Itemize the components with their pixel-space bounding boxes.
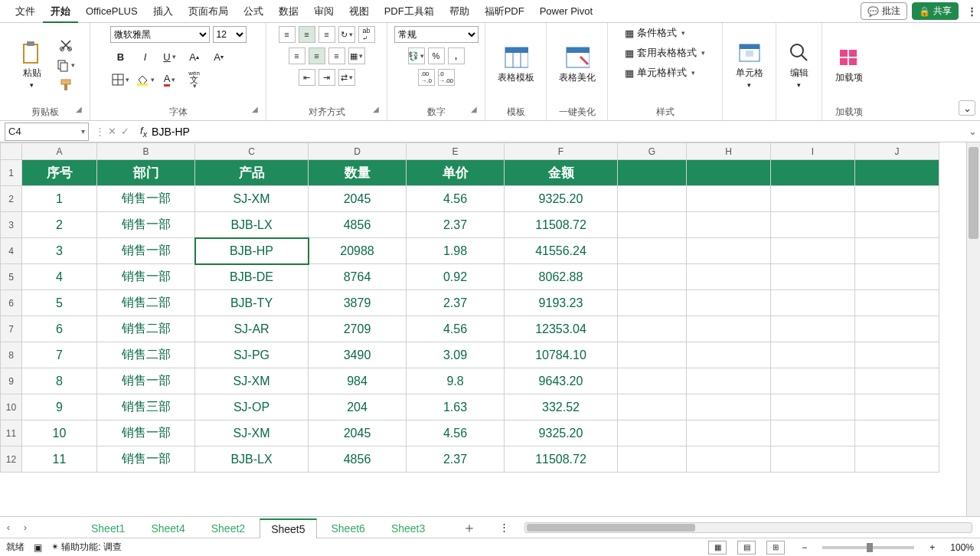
cell[interactable] bbox=[771, 446, 855, 473]
cell[interactable]: 1.98 bbox=[407, 238, 505, 264]
cell[interactable] bbox=[771, 420, 855, 446]
col-header[interactable]: I bbox=[771, 143, 855, 160]
row-header[interactable]: 7 bbox=[1, 316, 22, 342]
cell[interactable]: 2.37 bbox=[407, 290, 505, 316]
name-box[interactable]: C4▾ bbox=[5, 123, 89, 141]
cell[interactable]: 销售一部 bbox=[97, 368, 195, 394]
cell[interactable] bbox=[618, 290, 687, 316]
cell[interactable] bbox=[855, 368, 939, 394]
cell[interactable] bbox=[855, 342, 939, 368]
cell[interactable] bbox=[618, 342, 687, 368]
conditional-format-button[interactable]: ▦ 条件格式 bbox=[625, 26, 685, 40]
cell[interactable]: SJ-AR bbox=[195, 316, 309, 342]
cell[interactable] bbox=[855, 394, 939, 420]
bold-button[interactable]: B bbox=[110, 47, 132, 66]
tab-layout[interactable]: 页面布局 bbox=[181, 0, 236, 23]
font-color-button[interactable]: A bbox=[159, 70, 181, 89]
cell[interactable]: 3490 bbox=[309, 342, 407, 368]
macro-icon[interactable]: ▣ bbox=[34, 542, 42, 553]
align-center-button[interactable]: ≡ bbox=[309, 47, 325, 64]
font-name-combo[interactable]: 微软雅黑 bbox=[110, 26, 210, 43]
cell[interactable] bbox=[771, 316, 855, 342]
italic-button[interactable]: I bbox=[135, 47, 156, 66]
col-header[interactable]: C bbox=[195, 143, 309, 160]
zoom-value[interactable]: 100% bbox=[950, 542, 974, 553]
tab-view[interactable]: 视图 bbox=[341, 0, 377, 23]
col-header[interactable]: D bbox=[309, 143, 407, 160]
fill-color-button[interactable] bbox=[135, 70, 156, 89]
fx-button[interactable]: fx bbox=[140, 125, 147, 139]
cell[interactable]: 984 bbox=[309, 368, 407, 394]
tab-insert[interactable]: 插入 bbox=[145, 0, 181, 23]
comma-button[interactable]: , bbox=[448, 47, 465, 64]
cell[interactable]: 2 bbox=[22, 212, 97, 238]
cell[interactable]: 销售一部 bbox=[97, 186, 195, 212]
cell[interactable]: 8 bbox=[22, 368, 97, 394]
cell[interactable] bbox=[855, 420, 939, 446]
grow-font-button[interactable]: A▴ bbox=[184, 47, 205, 66]
cell[interactable] bbox=[687, 238, 771, 264]
cell[interactable] bbox=[771, 368, 855, 394]
cell[interactable]: 销售三部 bbox=[97, 394, 195, 420]
cell[interactable]: 2709 bbox=[309, 316, 407, 342]
cell[interactable]: 6 bbox=[22, 316, 97, 342]
cell[interactable]: 9643.20 bbox=[505, 368, 618, 394]
view-pagelayout-button[interactable]: ▤ bbox=[737, 541, 756, 554]
table-format-button[interactable]: ▦ 套用表格格式 bbox=[625, 46, 705, 60]
cell[interactable] bbox=[855, 186, 939, 212]
share-button[interactable]: 🔒 共享 bbox=[912, 2, 959, 20]
table-template-button[interactable]: 表格模板 bbox=[498, 45, 534, 84]
cell[interactable]: 11508.72 bbox=[505, 446, 618, 473]
decrease-decimal-button[interactable]: .0→.00 bbox=[438, 69, 455, 86]
increase-decimal-button[interactable]: .00→.0 bbox=[418, 69, 435, 86]
tab-help[interactable]: 帮助 bbox=[442, 0, 477, 23]
cell[interactable]: 2.37 bbox=[407, 446, 505, 473]
cell[interactable]: 41556.24 bbox=[505, 238, 618, 264]
zoom-in-button[interactable]: + bbox=[929, 542, 935, 553]
cell[interactable]: 11508.72 bbox=[505, 212, 618, 238]
cell[interactable]: 单价 bbox=[407, 160, 505, 186]
cell[interactable]: 数量 bbox=[309, 160, 407, 186]
cell[interactable]: 4.56 bbox=[407, 316, 505, 342]
cell[interactable]: 2.37 bbox=[407, 212, 505, 238]
tab-file[interactable]: 文件 bbox=[8, 0, 43, 23]
cell[interactable] bbox=[618, 446, 687, 473]
vertical-scrollbar[interactable] bbox=[966, 142, 980, 516]
cell[interactable]: SJ-OP bbox=[195, 394, 309, 420]
cell[interactable] bbox=[855, 290, 939, 316]
row-header[interactable]: 5 bbox=[1, 264, 22, 290]
cell[interactable]: 4.56 bbox=[407, 186, 505, 212]
cell[interactable]: 4856 bbox=[309, 446, 407, 473]
cell[interactable]: BJB-DE bbox=[195, 264, 309, 290]
cell[interactable] bbox=[618, 368, 687, 394]
number-format-combo[interactable]: 常规 bbox=[394, 26, 479, 43]
cut-button[interactable] bbox=[55, 36, 77, 54]
cell[interactable]: SJ-PG bbox=[195, 342, 309, 368]
cell[interactable] bbox=[687, 290, 771, 316]
cell[interactable] bbox=[687, 212, 771, 238]
cell[interactable]: BJB-LX bbox=[195, 446, 309, 473]
col-header[interactable]: F bbox=[505, 143, 618, 160]
row-header[interactable]: 8 bbox=[1, 342, 22, 368]
cell[interactable] bbox=[855, 264, 939, 290]
percent-button[interactable]: % bbox=[428, 47, 445, 64]
cell[interactable]: 8764 bbox=[309, 264, 407, 290]
col-header[interactable]: G bbox=[618, 143, 687, 160]
view-pagebreak-button[interactable]: ⊞ bbox=[766, 541, 785, 554]
cell[interactable] bbox=[687, 342, 771, 368]
cell[interactable]: 销售一部 bbox=[97, 446, 195, 473]
sheet-nav-next[interactable]: › bbox=[17, 522, 34, 533]
cell[interactable]: 4.56 bbox=[407, 420, 505, 446]
number-launcher[interactable]: ◢ bbox=[471, 101, 477, 118]
align-left-button[interactable]: ≡ bbox=[289, 47, 305, 64]
orientation-button[interactable]: ↻ bbox=[338, 26, 355, 43]
cell[interactable] bbox=[771, 238, 855, 264]
cell[interactable] bbox=[771, 394, 855, 420]
collapse-ribbon-button[interactable]: ⌄ bbox=[959, 100, 975, 116]
row-header[interactable]: 2 bbox=[1, 186, 22, 212]
cell[interactable] bbox=[618, 316, 687, 342]
cell[interactable]: 序号 bbox=[22, 160, 97, 186]
cell[interactable]: 销售一部 bbox=[97, 420, 195, 446]
align-bottom-button[interactable]: ≡ bbox=[318, 26, 335, 43]
cell[interactable] bbox=[618, 212, 687, 238]
